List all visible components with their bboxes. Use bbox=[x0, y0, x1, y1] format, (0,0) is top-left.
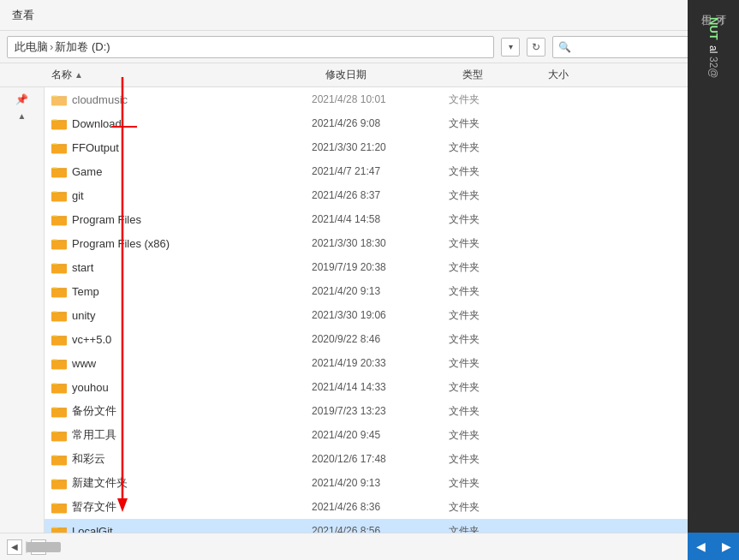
svg-rect-20 bbox=[51, 241, 67, 249]
file-date: 2021/4/26 9:08 bbox=[312, 117, 449, 129]
folder-icon bbox=[51, 427, 67, 443]
folder-icon bbox=[51, 331, 67, 347]
table-row[interactable]: 暂存文件2021/4/26 8:36文件夹 bbox=[45, 495, 727, 519]
file-type: 文件夹 bbox=[449, 428, 534, 443]
svg-rect-8 bbox=[51, 145, 67, 153]
folder-icon bbox=[51, 116, 67, 131]
file-date: 2021/3/30 21:20 bbox=[312, 141, 449, 153]
file-date: 2021/4/26 8:37 bbox=[312, 189, 449, 201]
file-name: Temp bbox=[72, 285, 312, 298]
address-path-container[interactable]: 此电脑 › 新加卷 (D:) bbox=[7, 36, 494, 58]
refresh-icon: ↻ bbox=[532, 41, 540, 53]
table-row[interactable]: git2021/4/26 8:37文件夹 bbox=[45, 183, 727, 207]
folder-icon bbox=[51, 188, 67, 203]
file-name: LocalGit bbox=[72, 525, 312, 533]
col-header-type[interactable]: 类型 bbox=[462, 68, 548, 82]
file-name: start bbox=[72, 261, 312, 274]
file-type: 文件夹 bbox=[449, 188, 534, 203]
table-row[interactable]: FFOutput2021/3/30 21:20文件夹 bbox=[45, 135, 727, 159]
col-header-name[interactable]: 名称 ▲ bbox=[51, 68, 325, 82]
file-name: Game bbox=[72, 165, 312, 178]
svg-rect-50 bbox=[51, 480, 67, 489]
file-date: 2021/4/20 9:13 bbox=[312, 285, 449, 297]
file-type: 文件夹 bbox=[449, 212, 534, 227]
horizontal-scrollbar[interactable] bbox=[26, 541, 27, 553]
menu-view[interactable]: 查看 bbox=[7, 6, 39, 25]
right-panel-at-text: 32@ bbox=[706, 55, 721, 80]
file-type: 文件夹 bbox=[449, 260, 534, 275]
folder-icon bbox=[51, 164, 67, 179]
svg-rect-29 bbox=[51, 313, 67, 321]
table-row[interactable]: Program Files2021/4/4 14:58文件夹 bbox=[45, 207, 727, 231]
file-name: vc++5.0 bbox=[72, 333, 312, 346]
refresh-button[interactable]: ↻ bbox=[527, 38, 545, 57]
file-name: Program Files (x86) bbox=[72, 237, 312, 250]
file-list-container: 📌 ▲ cloudmusic2021/4/28 10:01文件夹 Downloa… bbox=[0, 87, 739, 533]
table-row[interactable]: Game2021/4/7 21:47文件夹 bbox=[45, 159, 727, 183]
folder-icon bbox=[51, 451, 67, 467]
col-header-date[interactable]: 修改日期 bbox=[325, 68, 462, 82]
svg-rect-35 bbox=[51, 360, 67, 369]
folder-icon bbox=[51, 283, 67, 299]
svg-rect-47 bbox=[51, 456, 67, 465]
table-row[interactable]: Download2021/4/26 9:08文件夹 bbox=[45, 111, 727, 135]
toolbar: 查看 bbox=[0, 0, 739, 31]
table-row[interactable]: 新建文件夹2021/4/20 9:13文件夹 bbox=[45, 471, 727, 495]
file-name: 暂存文件 bbox=[72, 499, 312, 515]
col-header-size[interactable]: 大小 bbox=[548, 68, 617, 82]
table-row[interactable]: cloudmusic2021/4/28 10:01文件夹 bbox=[45, 87, 727, 111]
table-row[interactable]: youhou2021/4/14 14:33文件夹 bbox=[45, 375, 727, 399]
file-name: 和彩云 bbox=[72, 451, 312, 467]
file-type: 文件夹 bbox=[449, 308, 534, 323]
scroll-left-button[interactable]: ◀ bbox=[7, 539, 22, 555]
folder-icon bbox=[51, 499, 67, 515]
table-row[interactable]: 常用工具2021/4/20 9:45文件夹 bbox=[45, 423, 727, 447]
file-name: 新建文件夹 bbox=[72, 475, 312, 491]
file-type: 文件夹 bbox=[449, 164, 534, 179]
svg-rect-44 bbox=[51, 432, 67, 441]
status-nav: ◀ ▶ bbox=[7, 539, 46, 555]
status-bar: ◀ ▶ bbox=[0, 533, 688, 560]
table-row[interactable]: LocalGit2021/4/26 8:56文件夹 bbox=[45, 519, 727, 533]
table-row[interactable]: www2021/4/19 20:33文件夹 bbox=[45, 351, 727, 375]
folder-icon bbox=[51, 211, 67, 227]
folder-icon bbox=[51, 92, 67, 107]
file-type: 文件夹 bbox=[449, 92, 534, 107]
file-date: 2021/4/28 10:01 bbox=[312, 93, 449, 105]
file-name: 常用工具 bbox=[72, 427, 312, 443]
file-type: 文件夹 bbox=[449, 476, 534, 491]
path-dropdown-button[interactable]: ▾ bbox=[501, 38, 520, 57]
file-date: 2021/4/26 8:36 bbox=[312, 501, 449, 513]
nav-prev-button[interactable]: ◀ bbox=[696, 539, 706, 553]
sidebar-scroll-up-icon[interactable]: ▲ bbox=[18, 111, 27, 121]
file-date: 2021/4/14 14:33 bbox=[312, 381, 449, 393]
h-scrollbar-thumb bbox=[27, 542, 61, 552]
file-date: 2020/9/22 8:46 bbox=[312, 333, 449, 345]
sidebar: 📌 ▲ bbox=[0, 87, 45, 533]
file-type: 文件夹 bbox=[449, 524, 534, 533]
folder-icon bbox=[51, 259, 67, 275]
table-row[interactable]: start2019/7/19 20:38文件夹 bbox=[45, 255, 727, 279]
file-type: 文件夹 bbox=[449, 236, 534, 251]
table-row[interactable]: 和彩云2020/12/6 17:48文件夹 bbox=[45, 447, 727, 471]
table-row[interactable]: Temp2021/4/20 9:13文件夹 bbox=[45, 279, 727, 303]
sidebar-pin-icon[interactable]: 📌 bbox=[14, 91, 31, 108]
table-row[interactable]: vc++5.02020/9/22 8:46文件夹 bbox=[45, 327, 727, 351]
file-date: 2021/4/26 8:56 bbox=[312, 525, 449, 533]
file-date: 2021/4/19 20:33 bbox=[312, 357, 449, 369]
file-name: 备份文件 bbox=[72, 403, 312, 419]
file-name: unity bbox=[72, 309, 312, 322]
path-part1: 此电脑 bbox=[15, 39, 48, 55]
file-name: git bbox=[72, 189, 312, 202]
table-row[interactable]: unity2021/3/30 19:06文件夹 bbox=[45, 303, 727, 327]
file-name: www bbox=[72, 357, 312, 370]
nav-next-button[interactable]: ▶ bbox=[722, 539, 731, 553]
search-box[interactable]: 🔍 bbox=[552, 36, 706, 58]
svg-rect-53 bbox=[51, 504, 67, 513]
file-type: 文件夹 bbox=[449, 500, 534, 515]
table-row[interactable]: 备份文件2019/7/23 13:23文件夹 bbox=[45, 399, 727, 423]
file-date: 2020/12/6 17:48 bbox=[312, 453, 449, 465]
table-row[interactable]: Program Files (x86)2021/3/30 18:30文件夹 bbox=[45, 231, 727, 255]
file-type: 文件夹 bbox=[449, 116, 534, 131]
svg-rect-17 bbox=[51, 217, 67, 225]
